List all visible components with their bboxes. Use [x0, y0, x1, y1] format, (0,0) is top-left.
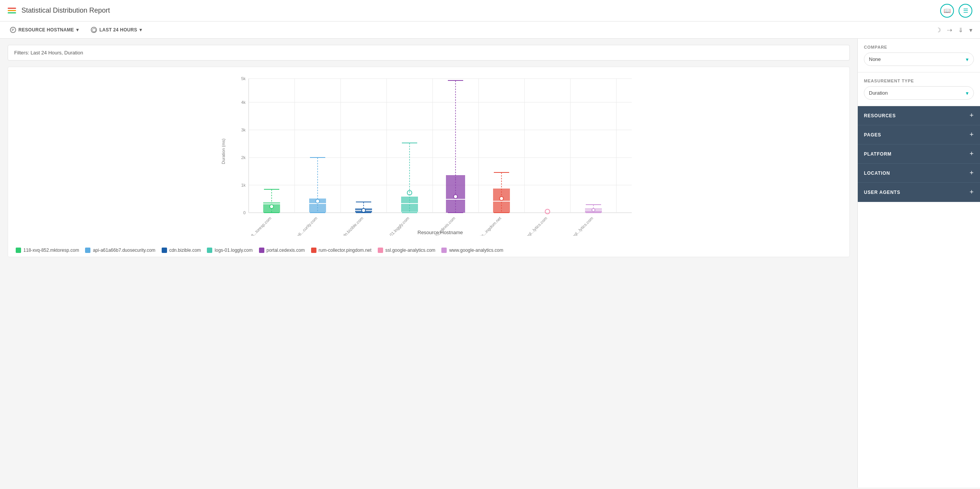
y-tick-5k: 5k	[241, 76, 246, 81]
y-tick-4k: 4k	[241, 100, 246, 105]
app-title: Statistical Distribution Report	[21, 7, 110, 15]
legend-item-www: www.google-analytics.com	[441, 248, 503, 253]
x-label-8: www.googl...lytics.com	[560, 216, 594, 236]
mean-8	[592, 208, 595, 212]
measurement-select[interactable]: Duration DNS TCP TTFB	[864, 86, 974, 100]
legend-item-logs: logs-01.loggly.com	[207, 248, 252, 253]
legend-swatch-rum	[311, 248, 316, 253]
moon-icon[interactable]: ☽	[936, 26, 941, 34]
x-label-1: 118-xvq-8...toresp.com	[238, 216, 272, 236]
compare-select-wrapper: None Browser OS Country	[864, 53, 974, 66]
plus-icon-resources: +	[970, 112, 974, 120]
sidebar-section-pages[interactable]: PAGES +	[858, 125, 980, 144]
sidebar-section-resources[interactable]: RESOURCES +	[858, 106, 980, 125]
legend-swatch-portal	[259, 248, 264, 253]
logo-line-orange	[8, 10, 16, 11]
x-label-6: rum-colle...ingdom.net	[469, 216, 502, 236]
filters-bar: Filters: Last 24 Hours, Duration	[8, 45, 850, 61]
p-icon: P	[10, 27, 16, 33]
measurement-select-wrapper: Duration DNS TCP TTFB	[864, 86, 974, 100]
legend-label-rum: rum-collector.pingdom.net	[319, 248, 372, 253]
legend-item-118: 118-xvq-852.mktoresp.com	[16, 248, 79, 253]
download-icon[interactable]: ⇓	[958, 26, 963, 34]
compare-section: COMPARE None Browser OS Country	[858, 39, 980, 72]
plus-icon-location: +	[970, 169, 974, 177]
time-filter[interactable]: ◌ LAST 24 HOURS ▾	[88, 25, 144, 34]
legend-item-api: api-a61a66b7.duosecurity.com	[85, 248, 155, 253]
legend-swatch-cdn	[162, 248, 167, 253]
mean-5	[454, 195, 457, 199]
box-plot-chart: Duration (ms) 0 1k 2k 3k 4k 5k	[16, 75, 842, 236]
list-icon-button[interactable]: ☰	[959, 4, 972, 18]
legend-label-portal: portal.cedexis.com	[267, 248, 305, 253]
measurement-label: MEASUREMENT TYPE	[864, 79, 974, 83]
main-layout: Filters: Last 24 Hours, Duration Duratio…	[0, 39, 980, 487]
y-tick-2k: 2k	[241, 155, 246, 160]
filters-values: Last 24 Hours, Duration	[31, 50, 83, 56]
download-chevron[interactable]: ▾	[969, 26, 972, 34]
legend-label-logs: logs-01.loggly.com	[215, 248, 252, 253]
clock-icon: ◌	[91, 27, 97, 33]
resource-hostname-filter[interactable]: P RESOURCE HOSTNAME ▾	[8, 25, 81, 34]
legend-swatch-api	[85, 248, 90, 253]
x-label-4: logs-01.loggly.com	[382, 216, 410, 236]
plus-icon-pages: +	[970, 131, 974, 139]
box-5	[446, 175, 465, 213]
y-tick-0: 0	[243, 210, 246, 215]
header-left: Statistical Distribution Report	[8, 7, 110, 15]
toolbar-actions: ☽ ⇢ ⇓ ▾	[936, 26, 972, 34]
mean-1	[270, 205, 274, 208]
mean-3	[362, 208, 365, 212]
chevron-down-icon-time: ▾	[139, 27, 142, 33]
logo-line-green	[8, 12, 16, 13]
legend-label-www: www.google-analytics.com	[449, 248, 503, 253]
legend-label-cdn: cdn.bizible.com	[169, 248, 201, 253]
header-icons: 📖 ☰	[940, 4, 972, 18]
x-axis-title: Resource Hostname	[418, 230, 463, 235]
legend-label-ssl: ssl.google-analytics.com	[385, 248, 436, 253]
sidebar-section-user-agents[interactable]: USER AGENTS +	[858, 183, 980, 202]
legend-item-ssl: ssl.google-analytics.com	[378, 248, 436, 253]
y-tick-3k: 3k	[241, 128, 246, 132]
legend-label-api: api-a61a66b7.duosecurity.com	[93, 248, 155, 253]
sidebar-section-platform[interactable]: PLATFORM +	[858, 144, 980, 164]
sidebar: COMPARE None Browser OS Country MEASUREM…	[857, 39, 980, 487]
y-axis-title: Duration (ms)	[221, 139, 226, 164]
logo-line-red	[8, 8, 16, 9]
share-icon[interactable]: ⇢	[947, 26, 952, 34]
mean-6	[500, 197, 503, 200]
x-label-3: cdn.bizible.com	[340, 216, 364, 236]
x-label-2: api-a61a6...curity.com	[286, 216, 318, 236]
x-label-7: ssl.googl...lytics.com	[518, 216, 548, 236]
legend-item-rum: rum-collector.pingdom.net	[311, 248, 372, 253]
legend-label-118: 118-xvq-852.mktoresp.com	[23, 248, 79, 253]
box-4	[401, 197, 418, 212]
logo-icon	[8, 8, 16, 13]
book-icon-button[interactable]: 📖	[940, 4, 954, 18]
content-area: Filters: Last 24 Hours, Duration Duratio…	[0, 39, 857, 487]
legend-swatch-ssl	[378, 248, 383, 253]
chart-container: Duration (ms) 0 1k 2k 3k 4k 5k	[8, 67, 850, 257]
measurement-section: MEASUREMENT TYPE Duration DNS TCP TTFB	[858, 72, 980, 106]
sidebar-section-location[interactable]: LOCATION +	[858, 164, 980, 183]
y-tick-1k: 1k	[241, 183, 246, 187]
outlier-7	[545, 209, 550, 214]
compare-select[interactable]: None Browser OS Country	[864, 53, 974, 66]
chart-legend: 118-xvq-852.mktoresp.com api-a61a66b7.du…	[16, 243, 842, 253]
legend-swatch-logs	[207, 248, 212, 253]
chevron-down-icon: ▾	[76, 27, 79, 33]
filters-label: Filters:	[14, 50, 29, 56]
legend-item-cdn: cdn.bizible.com	[162, 248, 201, 253]
app-header: Statistical Distribution Report 📖 ☰	[0, 0, 980, 21]
toolbar: P RESOURCE HOSTNAME ▾ ◌ LAST 24 HOURS ▾ …	[0, 21, 980, 39]
legend-item-portal: portal.cedexis.com	[259, 248, 305, 253]
plus-icon-platform: +	[970, 150, 974, 158]
compare-label: COMPARE	[864, 45, 974, 49]
legend-swatch-118	[16, 248, 21, 253]
legend-swatch-www	[441, 248, 447, 253]
mean-2	[316, 199, 320, 203]
plus-icon-user-agents: +	[970, 188, 974, 196]
